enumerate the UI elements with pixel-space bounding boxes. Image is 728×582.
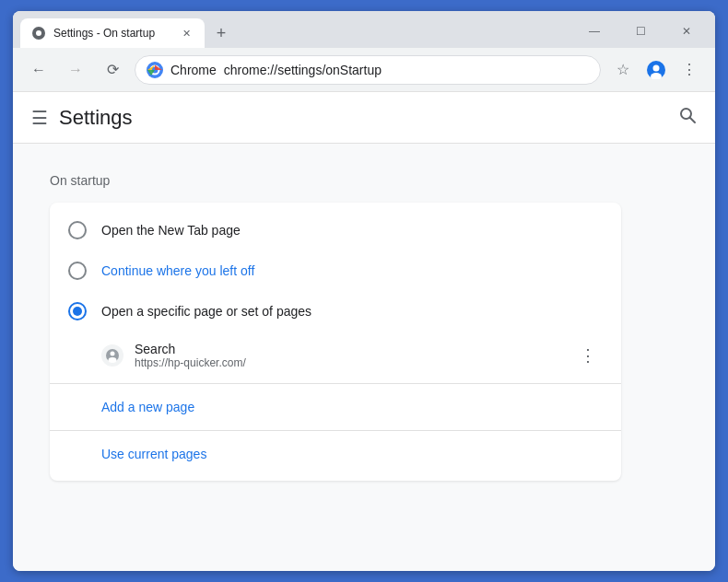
url-brand: Chrome: [170, 63, 217, 77]
new-tab-button[interactable]: +: [208, 20, 234, 46]
menu-dots-button[interactable]: ⋮: [675, 55, 704, 85]
option-specific-label: Open a specific page or set of pages: [101, 304, 311, 319]
page-name: Search: [135, 342, 562, 356]
radio-new-tab[interactable]: [68, 221, 87, 239]
tab-favicon: [31, 26, 46, 41]
svg-line-9: [690, 118, 696, 123]
page-info: Search https://hp-quicker.com/: [135, 342, 562, 369]
add-new-page-link[interactable]: Add a new page: [101, 400, 194, 414]
minimize-button[interactable]: —: [573, 18, 616, 44]
reload-button[interactable]: ⟳: [98, 55, 127, 85]
startup-page-item: Search https://hp-quicker.com/ ⋮: [50, 332, 621, 379]
settings-content: ☰ Settings On startup Open the New Tab p…: [13, 92, 715, 571]
tab-title: Settings - On startup: [53, 27, 171, 40]
radio-specific[interactable]: [68, 302, 87, 320]
svg-point-12: [109, 357, 117, 363]
window-controls: — ☐ ✕: [573, 18, 708, 44]
profile-button[interactable]: [641, 55, 671, 85]
radio-continue[interactable]: [68, 262, 87, 280]
maximize-button[interactable]: ☐: [619, 18, 662, 44]
bookmark-button[interactable]: ☆: [608, 55, 638, 85]
page-favicon-icon: [101, 344, 123, 367]
use-current-pages-link[interactable]: Use current pages: [101, 447, 206, 461]
tab-close-button[interactable]: ✕: [179, 26, 194, 41]
settings-header-left: ☰ Settings: [31, 106, 133, 130]
svg-point-6: [653, 64, 660, 71]
tab-strip: Settings - On startup ✕ +: [20, 18, 573, 48]
option-continue[interactable]: Continue where you left off: [50, 250, 621, 291]
browser-window: Settings - On startup ✕ + — ☐ ✕ ← → ⟳: [13, 11, 715, 571]
divider: [50, 383, 621, 384]
page-url: https://hp-quicker.com/: [135, 356, 562, 369]
chrome-logo-icon: [147, 62, 163, 78]
svg-point-1: [36, 30, 41, 36]
svg-point-11: [111, 352, 115, 356]
back-button[interactable]: ←: [24, 55, 53, 85]
divider-2: [50, 430, 621, 431]
url-bar[interactable]: Chrome chrome://settings/onStartup: [135, 55, 601, 85]
address-actions: ☆ ⋮: [608, 55, 704, 85]
menu-icon[interactable]: ☰: [31, 107, 48, 129]
search-icon[interactable]: [678, 106, 697, 129]
section-title: On startup: [50, 173, 678, 188]
forward-button[interactable]: →: [61, 55, 90, 85]
startup-card: Open the New Tab page Continue where you…: [50, 203, 621, 481]
settings-body: On startup Open the New Tab page Continu…: [13, 144, 715, 571]
title-bar: Settings - On startup ✕ + — ☐ ✕: [13, 11, 715, 48]
url-text: chrome://settings/onStartup: [224, 63, 589, 77]
close-button[interactable]: ✕: [665, 18, 708, 44]
option-continue-label: Continue where you left off: [101, 263, 254, 278]
option-specific[interactable]: Open a specific page or set of pages: [50, 291, 621, 332]
option-new-tab[interactable]: Open the New Tab page: [50, 210, 621, 250]
more-options-button[interactable]: ⋮: [573, 341, 603, 370]
settings-header: ☰ Settings: [13, 92, 715, 144]
active-tab[interactable]: Settings - On startup ✕: [20, 18, 205, 48]
address-bar: ← → ⟳ Chrome chrome://settings/onStartup…: [13, 48, 715, 92]
add-new-page-option: Add a new page: [50, 388, 621, 426]
option-new-tab-label: Open the New Tab page: [101, 223, 241, 238]
use-current-pages-option: Use current pages: [50, 435, 621, 473]
settings-title: Settings: [59, 106, 133, 130]
